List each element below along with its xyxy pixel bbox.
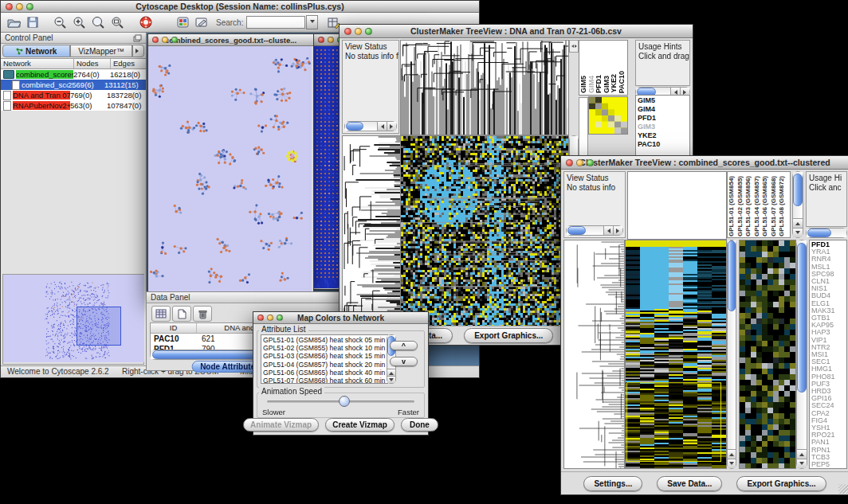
tab-network[interactable]: Network (2, 45, 70, 57)
save-session-button[interactable] (23, 14, 42, 30)
tv2-button-bar: Settings... Save Data... Export Graphics… (561, 471, 848, 494)
network-list-row[interactable]: RNAPuberNov2+563(0)107847(0) (1, 100, 146, 111)
create-attribute-button[interactable] (172, 306, 191, 322)
network-overview-canvas[interactable] (3, 275, 144, 362)
tv2-usage-hscrollbar[interactable] (806, 228, 847, 238)
array-column-label[interactable]: GPL51-06 (GSM865) (762, 176, 771, 236)
tv2-settings-button[interactable]: Settings... (583, 476, 642, 491)
minimize-button[interactable] (16, 3, 23, 10)
done-button[interactable]: Done (401, 418, 438, 432)
network-list-row[interactable]: combined_sco2569(6)13112(15) (1, 80, 146, 90)
zoom-button[interactable] (587, 159, 594, 166)
attribute-list-label: Attribute List (259, 325, 308, 334)
main-titlebar[interactable]: Cytoscape Desktop (Session Name: collins… (1, 1, 479, 13)
zoom-selected-button[interactable] (88, 14, 108, 30)
tv2-zoom-heatmap[interactable] (739, 240, 796, 469)
life-ring-icon (139, 16, 152, 29)
tv1-mini-scroll[interactable] (569, 40, 579, 53)
float-panel-icon[interactable] (133, 34, 142, 42)
network-view-canvas[interactable] (148, 46, 312, 296)
tv2-genes-vscrollbar[interactable] (796, 240, 807, 469)
move-down-button[interactable]: v (390, 357, 418, 366)
tv2-save-data-button[interactable]: Save Data... (657, 476, 722, 491)
data-column-id[interactable]: ID (151, 323, 197, 333)
attribute-select-button[interactable] (151, 306, 171, 322)
tv1-column-dendrogram[interactable] (400, 40, 569, 135)
close-button[interactable] (566, 159, 573, 166)
network-nodes-count: 563(0) (70, 101, 107, 110)
tv2-labels-vscrollbar[interactable] (792, 171, 803, 238)
minimize-button[interactable] (328, 37, 334, 43)
animation-speed-label: Animation Speed (259, 387, 324, 396)
network-overview-panel[interactable] (2, 274, 144, 365)
tv1-heatmap[interactable] (400, 135, 569, 326)
zoom-button[interactable] (365, 28, 372, 35)
column-header-network[interactable]: Network (1, 59, 74, 68)
tv1-export-graphics-button[interactable]: Export Graphics... (464, 328, 553, 343)
animate-vizmap-button[interactable]: Animate Vizmap (243, 418, 319, 432)
slider-thumb[interactable] (339, 396, 350, 407)
network-list-row[interactable]: DNA and Tran 07769(0)183728(0) (1, 90, 146, 100)
close-button[interactable] (257, 315, 264, 321)
tv2-column-tree-area[interactable] (627, 171, 727, 240)
open-session-button[interactable] (4, 14, 23, 30)
overview-viewport-rect[interactable] (77, 307, 122, 346)
row-gene-label[interactable]: YKE2 (638, 131, 688, 140)
tv2-status-hscrollbar[interactable] (566, 225, 623, 236)
zoom-fit-button[interactable] (108, 14, 127, 30)
search-dropdown-button[interactable] (306, 15, 318, 29)
minimize-button[interactable] (162, 37, 168, 43)
tv1-status-hscrollbar[interactable] (344, 121, 397, 131)
close-button[interactable] (6, 3, 13, 10)
zoom-button[interactable] (171, 37, 178, 43)
tab-vizmapper[interactable]: VizMapper™ (70, 45, 132, 57)
tv1-row-dendrogram[interactable] (342, 135, 401, 326)
row-gene-label[interactable]: PFD1 (638, 114, 688, 123)
tab-overflow-button[interactable] (132, 45, 144, 57)
row-gene-label[interactable]: GIM5 (638, 96, 688, 105)
attribute-list-item[interactable]: GPL51-04 (GSM857) heat shock 20 min (263, 361, 386, 369)
array-column-label[interactable]: GPL51-08 (GSM872) (779, 176, 787, 236)
close-button[interactable] (344, 28, 351, 35)
array-column-label[interactable]: GPL51-03 (GSM856) (745, 176, 754, 236)
resize-grip[interactable] (838, 484, 848, 494)
close-button[interactable] (318, 37, 324, 43)
column-header-nodes[interactable]: Nodes (74, 59, 111, 68)
minimize-button[interactable] (267, 315, 273, 321)
move-up-button[interactable]: ^ (390, 341, 418, 350)
minimize-button[interactable] (355, 28, 362, 35)
annotation-button[interactable] (192, 14, 211, 30)
attribute-list-item[interactable]: GPL51-02 (GSM855) heat shock 10 min (263, 344, 386, 352)
delete-attribute-button[interactable] (193, 306, 212, 322)
control-panel-title: Control Panel (5, 33, 53, 42)
attribute-list-item[interactable]: GPL51-03 (GSM856) heat shock 15 min (263, 352, 386, 360)
create-vizmap-button[interactable]: Create Vizmap (325, 418, 395, 432)
row-gene-label[interactable]: PAC10 (638, 140, 688, 149)
control-panel: Control Panel Network VizMapper™ Network… (1, 33, 147, 366)
tv2-heatmap[interactable] (625, 240, 727, 469)
help-button[interactable] (136, 14, 155, 30)
gene-list-item[interactable]: MON2 (811, 468, 845, 469)
zoom-in-button[interactable] (69, 14, 88, 30)
close-button[interactable] (152, 37, 159, 43)
vizmapper-button[interactable] (173, 14, 192, 30)
tv2-export-graphics-button[interactable]: Export Graphics... (736, 476, 826, 491)
zoom-button[interactable] (26, 3, 33, 10)
column-gene-label[interactable]: PAC10 (618, 71, 626, 93)
tv2-heatmap-vscrollbar[interactable] (727, 240, 736, 469)
network-name: RNAPuberNov2+ (13, 101, 70, 110)
tv2-row-dendrogram[interactable] (563, 240, 625, 469)
array-column-label[interactable]: GPL51-01 (GSM854) (728, 176, 737, 236)
network-list-row[interactable]: combined_scores2764(0)16218(0) (1, 69, 146, 80)
zoom-out-button[interactable] (50, 14, 69, 30)
search-input[interactable] (246, 16, 305, 29)
attribute-list-item[interactable]: GPL51-07 (GSM868) heat shock 60 min (263, 377, 386, 384)
attribute-list-item[interactable]: GPL51-06 (GSM865) heat shock 40 min (263, 369, 386, 377)
minimize-button[interactable] (576, 159, 583, 166)
tv1-summary-heatmap[interactable] (588, 96, 628, 135)
attribute-list-item[interactable]: GPL51-01 (GSM854) heat shock 05 min (263, 336, 386, 344)
zoom-button[interactable] (277, 315, 283, 321)
row-gene-label[interactable]: GIM3 (638, 123, 688, 131)
row-gene-label[interactable]: GIM4 (638, 105, 688, 114)
column-header-edges[interactable]: Edges (111, 59, 146, 68)
